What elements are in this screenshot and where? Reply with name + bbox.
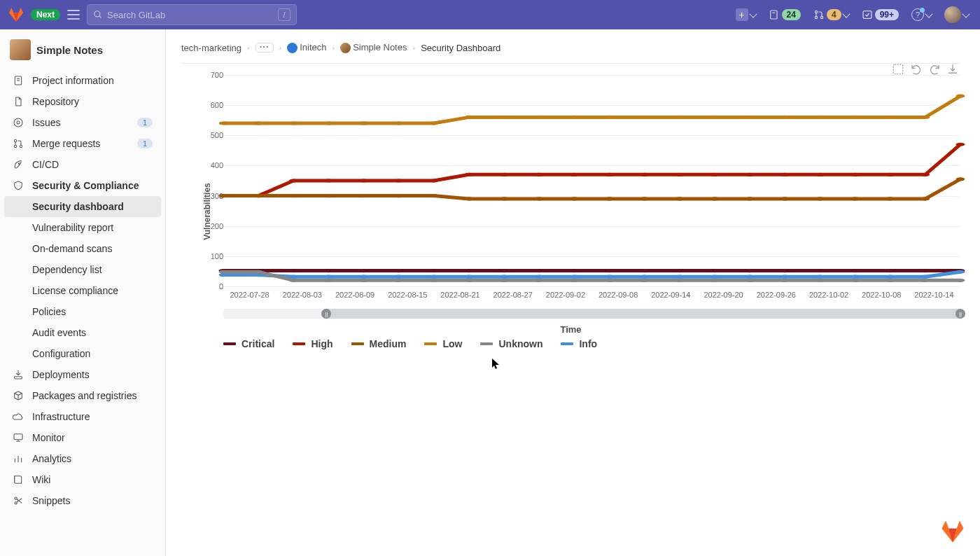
svg-point-121: [465, 275, 474, 279]
svg-point-82: [640, 197, 649, 200]
search-input[interactable]: [107, 10, 274, 20]
svg-point-56: [500, 173, 509, 176]
svg-point-80: [570, 197, 579, 200]
sidebar-sub-on-demand-scans[interactable]: On-demand scans: [4, 238, 161, 259]
legend-unknown[interactable]: Unknown: [480, 338, 542, 349]
create-new-button[interactable]: +: [733, 6, 759, 24]
issues-shortcut[interactable]: 24: [766, 6, 804, 24]
svg-point-30: [359, 122, 368, 125]
range-handle-right[interactable]: ||: [955, 309, 965, 319]
breadcrumb-root[interactable]: tech-marketing: [181, 43, 241, 53]
svg-point-60: [640, 173, 649, 176]
svg-point-138: [289, 279, 298, 282]
legend-swatch: [293, 342, 305, 345]
sidebar-item-analytics[interactable]: Analytics: [4, 448, 161, 469]
x-axis-ticks: 2022-07-282022-08-032022-08-092022-08-15…: [223, 291, 960, 299]
time-range-slider[interactable]: || ||: [223, 309, 960, 319]
legend-label: Critical: [241, 338, 274, 349]
breadcrumb-project[interactable]: Simple Notes: [340, 42, 407, 53]
svg-point-78: [500, 197, 509, 200]
legend-swatch: [424, 342, 437, 345]
svg-point-144: [500, 279, 509, 282]
svg-point-128: [710, 275, 720, 279]
legend-label: Info: [579, 338, 597, 349]
mr-shortcut[interactable]: 4: [811, 6, 852, 24]
sidebar-sub-security-dashboard[interactable]: Security dashboard: [4, 196, 161, 217]
breadcrumb-group[interactable]: Initech: [287, 42, 326, 53]
count-badge: 1: [137, 139, 153, 148]
legend-medium[interactable]: Medium: [351, 338, 407, 349]
chart-area: Vulnerabilities 0100200300400500600700 2…: [181, 71, 960, 352]
user-menu[interactable]: [941, 6, 972, 24]
help-menu[interactable]: ?: [909, 6, 934, 24]
analytics-icon: [13, 453, 24, 464]
svg-rect-7: [863, 11, 872, 19]
legend-info[interactable]: Info: [561, 338, 597, 349]
project-header[interactable]: Simple Notes: [0, 34, 165, 67]
sidebar-sub-vulnerability-report[interactable]: Vulnerability report: [4, 217, 161, 238]
svg-rect-2: [770, 11, 776, 19]
next-badge[interactable]: Next: [31, 9, 60, 20]
range-handle-left[interactable]: ||: [321, 309, 331, 319]
cloud-icon: [13, 411, 24, 422]
svg-point-97: [394, 269, 403, 272]
svg-point-74: [359, 194, 368, 197]
hamburger-icon[interactable]: [67, 10, 80, 20]
svg-point-64: [780, 173, 790, 176]
svg-point-16: [18, 163, 20, 165]
sidebar-item-issues[interactable]: Issues1: [4, 112, 161, 133]
sidebar-item-snippets[interactable]: Snippets: [4, 490, 161, 511]
sidebar-sub-dependency-list[interactable]: Dependency list: [4, 259, 161, 280]
svg-point-104: [640, 269, 649, 272]
legend-high[interactable]: High: [293, 338, 332, 349]
svg-point-55: [465, 173, 474, 176]
sidebar-item-security-compliance[interactable]: Security & Compliance: [4, 175, 161, 196]
svg-point-149: [676, 279, 685, 282]
sidebar-sub-license-compliance[interactable]: License compliance: [4, 280, 161, 301]
legend-critical[interactable]: Critical: [223, 338, 274, 349]
sidebar-item-project-information[interactable]: Project information: [4, 70, 161, 91]
svg-point-70: [219, 194, 228, 197]
gitlab-logo-icon[interactable]: [8, 7, 24, 22]
chart-plot[interactable]: [218, 75, 960, 286]
notification-dot-icon: [920, 8, 925, 13]
merge-request-icon: [813, 9, 825, 20]
svg-point-120: [430, 275, 439, 279]
sidebar-sub-audit-events[interactable]: Audit events: [4, 322, 161, 343]
legend-low[interactable]: Low: [424, 338, 462, 349]
sidebar-item-label: Deployments: [32, 369, 90, 380]
group-avatar-icon: [287, 43, 298, 53]
sidebar-sub-policies[interactable]: Policies: [4, 301, 161, 322]
svg-point-123: [535, 275, 544, 279]
sidebar-item-infrastructure[interactable]: Infrastructure: [4, 406, 161, 427]
sidebar-item-packages-and-registries[interactable]: Packages and registries: [4, 385, 161, 406]
package-icon: [13, 390, 24, 401]
svg-point-151: [746, 279, 755, 282]
rocket-icon: [13, 159, 24, 170]
svg-point-89: [886, 197, 895, 200]
svg-point-71: [254, 194, 263, 197]
svg-point-50: [289, 179, 298, 182]
svg-point-131: [816, 275, 825, 279]
sidebar-item-label: Analytics: [32, 453, 71, 464]
svg-point-67: [886, 173, 895, 176]
issues-icon: [13, 117, 24, 128]
sidebar-item-repository[interactable]: Repository: [4, 91, 161, 112]
todos-shortcut[interactable]: 99+: [859, 6, 902, 24]
search-box[interactable]: /: [87, 4, 297, 25]
sidebar-sub-configuration[interactable]: Configuration: [4, 343, 161, 364]
search-shortcut-hint: /: [278, 8, 290, 21]
sidebar-item-wiki[interactable]: Wiki: [4, 469, 161, 490]
book-icon: [13, 474, 24, 485]
sidebar-item-ci-cd[interactable]: CI/CD: [4, 154, 161, 175]
svg-point-44: [850, 116, 860, 119]
breadcrumb-overflow[interactable]: ···: [255, 43, 274, 53]
cursor-icon: [492, 359, 500, 370]
svg-point-94: [289, 269, 298, 272]
sidebar-item-deployments[interactable]: Deployments: [4, 364, 161, 385]
svg-point-110: [850, 269, 860, 272]
sidebar-item-label: Monitor: [32, 432, 65, 443]
svg-point-133: [886, 275, 895, 279]
sidebar-item-merge-requests[interactable]: Merge requests1: [4, 133, 161, 154]
sidebar-item-monitor[interactable]: Monitor: [4, 427, 161, 448]
